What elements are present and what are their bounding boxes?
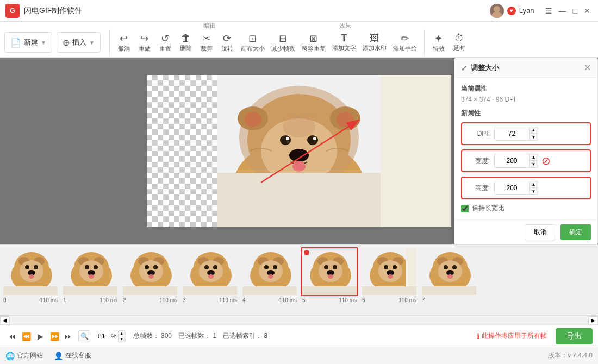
scroll-left-btn[interactable]: ◀ bbox=[0, 316, 10, 325]
delete-btn[interactable]: 🗑 删除 bbox=[176, 31, 196, 54]
website-link[interactable]: 🌐 官方网站 bbox=[5, 351, 43, 360]
svg-rect-21 bbox=[217, 173, 381, 227]
ok-button[interactable]: 确定 bbox=[560, 224, 591, 240]
delay-btn[interactable]: ⏱ 延时 bbox=[450, 31, 469, 54]
cancel-button[interactable]: 取消 bbox=[525, 224, 556, 240]
height-down-btn[interactable]: ▼ bbox=[530, 188, 538, 195]
height-up-btn[interactable]: ▲ bbox=[530, 181, 538, 188]
rotate-icon: ⟳ bbox=[223, 33, 231, 45]
statusbar: 🌐 官方网站 👤 在线客服 版本：v 7.4.4.0 bbox=[0, 347, 598, 364]
width-down-btn[interactable]: ▼ bbox=[530, 161, 538, 168]
effect-section-label: 效果 bbox=[310, 22, 381, 30]
export-button[interactable]: 导出 bbox=[556, 328, 593, 344]
canvas-btn[interactable]: ⊡ 画布大小 bbox=[238, 31, 267, 54]
dpi-up-btn[interactable]: ▲ bbox=[530, 127, 538, 134]
close-btn[interactable]: ✕ bbox=[584, 7, 590, 15]
frame-7[interactable]: 7 bbox=[420, 247, 478, 303]
dpi-input-wrap: ▲ ▼ bbox=[494, 127, 538, 141]
frame-4-thumb bbox=[242, 248, 298, 296]
frame-1-index: 1 bbox=[63, 297, 66, 303]
dpi-input[interactable] bbox=[494, 127, 530, 141]
reduce-icon: ⊟ bbox=[279, 33, 287, 45]
svg-rect-67 bbox=[183, 286, 238, 296]
new-label: 新建 bbox=[24, 37, 38, 47]
frame-5-delay: 110 ms bbox=[339, 297, 357, 303]
frame-6-delay: 110 ms bbox=[398, 297, 416, 303]
dpi-spinner: ▲ ▼ bbox=[530, 127, 538, 141]
first-frame-btn[interactable]: ⏮ bbox=[5, 330, 18, 343]
height-input[interactable] bbox=[494, 181, 530, 195]
main-content: ⤢ 调整大小 ✕ 当前属性 374 × 374 · 96 DPI 新属性 DPI… bbox=[0, 58, 598, 325]
svg-point-74 bbox=[264, 265, 269, 269]
frame-5-index: 5 bbox=[302, 297, 306, 303]
reset-btn[interactable]: ↺ 重置 bbox=[155, 31, 175, 54]
frame-0[interactable]: 0 110 ms bbox=[1, 247, 60, 303]
frame-3[interactable]: 3 110 ms bbox=[180, 247, 239, 303]
reduce-btn[interactable]: ⊟ 减少帧数 bbox=[269, 31, 298, 54]
svg-point-41 bbox=[85, 265, 89, 269]
frame-2[interactable]: 2 110 ms bbox=[121, 247, 179, 303]
new-button[interactable]: 📄 新建 ▼ bbox=[4, 32, 52, 53]
width-input[interactable] bbox=[494, 154, 530, 168]
add-text-icon: T bbox=[341, 33, 347, 44]
frame-5-thumb bbox=[302, 248, 358, 296]
rotate-btn[interactable]: ⟳ 旋转 bbox=[217, 31, 237, 54]
svg-point-63 bbox=[204, 265, 209, 269]
draw-icon: ✏ bbox=[401, 33, 409, 45]
width-up-btn[interactable]: ▲ bbox=[530, 154, 538, 161]
frame-4[interactable]: 4 110 ms bbox=[240, 247, 299, 303]
frame-5[interactable]: 5 110 ms bbox=[300, 247, 359, 303]
crop-btn[interactable]: ✂ 裁剪 bbox=[197, 31, 216, 54]
selected-frames-label: 已选帧数： bbox=[178, 332, 211, 340]
play-btn[interactable]: ▶ bbox=[34, 330, 47, 343]
redo-btn[interactable]: ↪ 重做 bbox=[135, 31, 154, 54]
special-btn[interactable]: ✦ 特效 bbox=[429, 31, 448, 54]
svg-point-53 bbox=[153, 265, 158, 269]
frame-6[interactable]: 6 110 ms bbox=[360, 247, 419, 303]
svg-rect-78 bbox=[242, 286, 298, 296]
width-input-wrap: ▲ ▼ bbox=[494, 154, 538, 168]
dpi-down-btn[interactable]: ▼ bbox=[530, 134, 538, 141]
scroll-right-btn[interactable]: ▶ bbox=[588, 316, 598, 325]
prev-frame-btn[interactable]: ⏪ bbox=[20, 330, 33, 343]
last-frame-btn[interactable]: ⏭ bbox=[62, 330, 75, 343]
dog-image bbox=[147, 75, 451, 227]
svg-rect-34 bbox=[3, 286, 59, 296]
toolbar: 编辑 效果 📄 新建 ▼ ⊕ 插入 ▼ ↪ 撤消 bbox=[0, 22, 598, 58]
dialog-close-btn[interactable]: ✕ bbox=[584, 62, 591, 73]
height-input-wrap: ▲ ▼ bbox=[494, 181, 538, 195]
zoom-down-btn[interactable]: ▼ bbox=[118, 336, 126, 342]
titlebar: G 闪电GIF制作软件 ♥ Lyan ☰ — □ ✕ bbox=[0, 0, 598, 22]
reset-label: 重置 bbox=[159, 45, 171, 53]
svg-point-9 bbox=[337, 112, 354, 127]
service-link[interactable]: 👤 在线客服 bbox=[54, 351, 91, 360]
search-btn[interactable]: 🔍 bbox=[78, 330, 90, 342]
svg-rect-113 bbox=[422, 286, 477, 296]
svg-point-11 bbox=[280, 135, 291, 145]
height-label: 高度: bbox=[465, 184, 490, 193]
minimize-btn[interactable]: ☰ bbox=[545, 7, 552, 15]
keep-ratio-checkbox[interactable] bbox=[461, 205, 469, 212]
version-label: 版本：v 7.4.4.0 bbox=[548, 351, 593, 360]
add-text-label: 添加文字 bbox=[332, 44, 356, 52]
insert-button[interactable]: ⊕ 插入 ▼ bbox=[57, 32, 101, 53]
svg-rect-56 bbox=[123, 286, 178, 296]
watermark-btn[interactable]: 🖼 添加水印 bbox=[360, 31, 389, 54]
restore-btn[interactable]: □ bbox=[573, 7, 577, 15]
window-controls[interactable]: ☰ — □ ✕ bbox=[545, 7, 590, 15]
toolbar-divider-2 bbox=[424, 30, 425, 55]
frame-1[interactable]: 1 110 ms bbox=[61, 247, 120, 303]
draw-btn[interactable]: ✏ 添加手绘 bbox=[390, 31, 420, 54]
undo-btn[interactable]: ↪ 撤消 bbox=[114, 31, 134, 54]
zoom-up-btn[interactable]: ▲ bbox=[118, 330, 126, 336]
frame-2-index: 2 bbox=[123, 297, 126, 303]
next-frame-btn[interactable]: ⏩ bbox=[48, 330, 61, 343]
svg-point-77 bbox=[268, 274, 273, 279]
app-logo: G bbox=[5, 4, 20, 18]
minimize-window-btn[interactable]: — bbox=[559, 7, 566, 15]
badge-icon: ♥ bbox=[507, 7, 516, 15]
add-text-btn[interactable]: T 添加文字 bbox=[329, 31, 359, 54]
remove-dup-btn[interactable]: ⊠ 移除重复 bbox=[299, 31, 328, 54]
insert-chevron: ▼ bbox=[89, 40, 95, 46]
width-spinner: ▲ ▼ bbox=[530, 154, 538, 168]
